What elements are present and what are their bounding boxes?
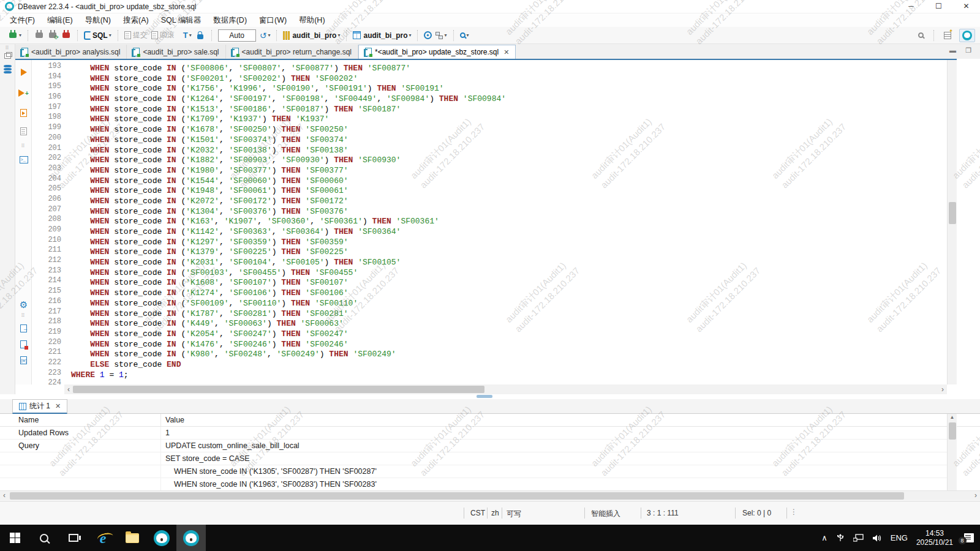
- close-button[interactable]: ✕: [952, 0, 980, 13]
- code-line[interactable]: 197 WHEN store_code IN ('K1513', 'SF0018…: [32, 103, 947, 113]
- navigator-sync-button[interactable]: [422, 30, 434, 40]
- code-line[interactable]: 218 WHEN store_code IN ('K449', 'SF00063…: [32, 317, 947, 328]
- connection-view-button[interactable]: ▾: [434, 31, 448, 40]
- editor-tab-1[interactable]: <audit_bi_pro> sale.sql: [127, 45, 225, 59]
- database-navigator-icon[interactable]: [4, 65, 12, 73]
- connect-button[interactable]: [32, 31, 46, 39]
- tab-statistics[interactable]: 统计 1 ✕: [12, 399, 67, 414]
- scroll-up-icon[interactable]: ▲: [948, 414, 957, 421]
- dropdown-arrow-icon[interactable]: ▾: [444, 32, 447, 38]
- dbeaver-taskbar-button[interactable]: [147, 525, 176, 551]
- explain-plan-button[interactable]: [15, 124, 32, 138]
- tx-history-button[interactable]: ↺ ▾: [258, 30, 273, 41]
- task-view-button[interactable]: [59, 525, 88, 551]
- taskbar-clock[interactable]: 14:53 2025/10/21: [916, 529, 953, 547]
- file-explorer-button[interactable]: [118, 525, 147, 551]
- column-header-value[interactable]: Value: [161, 414, 184, 426]
- code-line[interactable]: 200 WHEN store_code IN ('K1501', 'SF0037…: [32, 133, 947, 144]
- code-line[interactable]: 221 WHEN store_code IN ('K980', 'SF00248…: [32, 348, 947, 358]
- sql-editor-button[interactable]: SQL ▾: [82, 30, 113, 41]
- menu-item-3[interactable]: 搜索(A): [117, 13, 155, 27]
- speaker-icon[interactable]: [872, 534, 882, 542]
- statusbar-item-3[interactable]: 智能插入: [591, 509, 620, 519]
- result-row-4[interactable]: WHEN store_code IN ('K1963', 'SF00283') …: [0, 478, 947, 491]
- menu-item-2[interactable]: 导航(N): [79, 13, 117, 27]
- drag-handle[interactable]: ⠿: [0, 45, 15, 51]
- dropdown-arrow-icon[interactable]: ▾: [337, 32, 340, 38]
- save-file-button[interactable]: [15, 337, 32, 351]
- network-icon[interactable]: [853, 534, 864, 542]
- menu-item-0[interactable]: 文件(F): [4, 13, 41, 27]
- scrollbar-thumb[interactable]: [949, 422, 956, 440]
- result-row-3[interactable]: WHEN store_code IN ('K1305', 'SF00287') …: [0, 465, 947, 478]
- close-icon[interactable]: ✕: [55, 402, 61, 410]
- scroll-right-icon[interactable]: ›: [971, 491, 980, 500]
- code-line[interactable]: 202 WHEN store_code IN ('K1882', 'SF0090…: [32, 154, 947, 164]
- disconnect-button[interactable]: [59, 31, 73, 39]
- code-line[interactable]: 208 WHEN store_code IN ('K163', 'K1907',…: [32, 215, 947, 225]
- close-icon[interactable]: ✕: [503, 48, 509, 56]
- start-button[interactable]: [0, 525, 29, 551]
- global-search-button[interactable]: [916, 31, 925, 39]
- dropdown-arrow-icon[interactable]: ▾: [189, 32, 192, 38]
- statusbar-item-4[interactable]: 3 : 1 : 111: [647, 509, 679, 517]
- code-line[interactable]: 198 WHEN store_code IN ('K1709', 'K1937'…: [32, 113, 947, 123]
- editor-tab-0[interactable]: <audit_bi_pro> analysis.sql: [15, 45, 127, 59]
- code-line[interactable]: 217 WHEN store_code IN ('K1787', 'SF0028…: [32, 307, 947, 318]
- auto-commit-select[interactable]: Auto: [218, 29, 256, 42]
- reconnect-button[interactable]: ⟳: [46, 31, 59, 39]
- output-button[interactable]: (w): [15, 353, 32, 367]
- dropdown-arrow-icon[interactable]: ▾: [19, 32, 21, 38]
- action-center-button[interactable]: 8: [962, 533, 974, 543]
- code-line[interactable]: 205 WHEN store_code IN ('K1948', 'SF0006…: [32, 184, 947, 195]
- maximize-button[interactable]: ☐: [925, 0, 952, 13]
- code-line[interactable]: 194 WHEN store_code IN ('SF00201', 'SF00…: [32, 72, 947, 83]
- code-line[interactable]: 219 WHEN store_code IN ('K2054', 'SF0024…: [32, 328, 947, 338]
- panel-splitter[interactable]: [0, 394, 980, 399]
- code-line[interactable]: 214 WHEN store_code IN ('K1608', 'SF0010…: [32, 276, 947, 287]
- code-line[interactable]: 195 WHEN store_code IN ('K1756', 'K1996'…: [32, 82, 947, 92]
- code-line[interactable]: 206 WHEN store_code IN ('K2072', 'SF0017…: [32, 195, 947, 205]
- scroll-left-icon[interactable]: ‹: [64, 385, 73, 394]
- scrollbar-thumb[interactable]: [949, 202, 956, 224]
- menu-item-5[interactable]: 数据库(D): [207, 13, 253, 27]
- editor-horizontal-scrollbar[interactable]: ‹ ›: [64, 384, 947, 394]
- panel-vertical-scrollbar[interactable]: ▲: [947, 414, 957, 491]
- code-line[interactable]: 209 WHEN store_code IN ('K1142', 'SF0036…: [32, 225, 947, 236]
- code-line[interactable]: 193 WHEN store_code IN ('SF00806', 'SF00…: [32, 62, 947, 72]
- settings-button[interactable]: ⚙: [15, 297, 32, 312]
- view-minmax-buttons[interactable]: ▬ ❐: [949, 47, 975, 54]
- code-line[interactable]: 220 WHEN store_code IN ('K1476', 'SF0024…: [32, 338, 947, 348]
- editor-tab-2[interactable]: <audit_bi_pro> return_change.sql: [226, 45, 358, 59]
- code-line[interactable]: 207 WHEN store_code IN ('K1304', 'SF0037…: [32, 205, 947, 216]
- menu-item-1[interactable]: 编辑(E): [41, 13, 79, 27]
- menu-item-6[interactable]: 窗口(W): [253, 13, 293, 27]
- execute-new-tab-button[interactable]: +: [15, 86, 32, 100]
- scroll-right-icon[interactable]: ›: [938, 385, 947, 394]
- panel-horizontal-scrollbar[interactable]: ‹ ›: [0, 490, 980, 500]
- language-indicator[interactable]: ENG: [891, 533, 908, 542]
- column-header-name[interactable]: Name: [0, 414, 161, 426]
- tray-expand-icon[interactable]: ∧: [821, 533, 827, 542]
- rollback-button[interactable]: 回滚: [149, 29, 176, 42]
- code-line[interactable]: 223WHERE 1 = 1;: [32, 369, 947, 379]
- editor-vertical-scrollbar[interactable]: [947, 60, 957, 384]
- scrollbar-thumb[interactable]: [10, 492, 904, 500]
- lock-button[interactable]: [194, 31, 207, 40]
- result-row-2[interactable]: SET store_code = CASE: [0, 452, 947, 465]
- statusbar-item-1[interactable]: zh: [491, 509, 499, 517]
- database-select[interactable]: audit_bi_pro ▾: [281, 30, 342, 41]
- commit-button[interactable]: 提交: [123, 29, 149, 42]
- dropdown-arrow-icon[interactable]: ▾: [109, 32, 111, 38]
- scroll-left-icon[interactable]: ‹: [0, 491, 9, 500]
- code-line[interactable]: 222 ELSE store_code END: [32, 358, 947, 369]
- execute-script-button[interactable]: [15, 105, 32, 120]
- result-row-0[interactable]: Updated Rows1: [0, 427, 947, 440]
- open-console-button[interactable]: >_: [15, 152, 32, 167]
- statusbar-item-0[interactable]: CST: [470, 509, 485, 517]
- execute-statement-button[interactable]: [15, 65, 32, 80]
- code-line[interactable]: 216 WHEN store_code IN ('SF00109', 'SF00…: [32, 297, 947, 307]
- transaction-mode-button[interactable]: T ▾: [181, 29, 194, 41]
- taskbar-search-button[interactable]: [29, 525, 59, 551]
- dbeaver-active-taskbar-button[interactable]: [176, 525, 206, 551]
